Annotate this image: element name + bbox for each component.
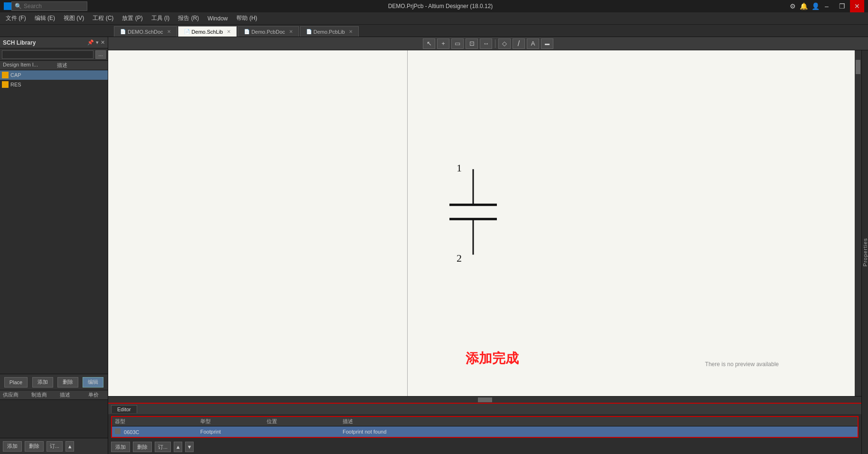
menu-item-menu-reports[interactable]: 报告 (R): [174, 13, 203, 23]
close-button[interactable]: ✕: [850, 0, 864, 12]
panel-header: SCH Library 📌 ▾ ✕: [0, 37, 108, 48]
menu-item-menu-window[interactable]: Window: [204, 14, 232, 23]
supplier-delete-button[interactable]: 删除: [25, 441, 44, 452]
menu-item-menu-help[interactable]: 帮助 (H): [233, 13, 261, 23]
tab-Demo-PcbDoc[interactable]: 📄Demo.PcbDoc✕: [238, 26, 299, 37]
supplier-scroll-up-button[interactable]: ▲: [65, 441, 74, 452]
horizontal-scrollbar[interactable]: [108, 396, 861, 403]
svg-text:2: 2: [457, 252, 462, 264]
panel-close-icon[interactable]: ✕: [101, 39, 105, 46]
lib-item-name: CAP: [10, 72, 106, 78]
list-item[interactable]: CAP: [0, 70, 108, 80]
panel-menu-icon[interactable]: ▾: [96, 39, 99, 46]
ed-col-desc-header: 描述: [340, 418, 858, 425]
editor-tab[interactable]: Editor: [111, 405, 137, 413]
tab-icon: 📄: [184, 29, 190, 34]
bell-icon[interactable]: 🔔: [800, 2, 808, 10]
menu-item-menu-tools[interactable]: 工具 (I): [148, 13, 174, 23]
center-content: 1 2: [108, 50, 861, 454]
title-icons: [4, 2, 11, 10]
lib-item-icon: [2, 81, 9, 88]
tab-close-icon[interactable]: ✕: [289, 29, 293, 34]
annotation-text: 添加完成: [466, 350, 519, 368]
restore-button[interactable]: ❐: [835, 0, 849, 12]
menu-item-menu-place[interactable]: 放置 (P): [118, 13, 146, 23]
vertical-scroll-thumb[interactable]: [856, 60, 860, 74]
tab-label: Demo.SchLib: [192, 29, 223, 35]
tab-icon: 📄: [120, 29, 126, 34]
btn-edit[interactable]: 编辑: [83, 377, 103, 388]
polygon-tool-button[interactable]: ◇: [498, 38, 511, 49]
panel-search-input[interactable]: [2, 50, 93, 59]
supplier-order-button[interactable]: 订...: [47, 441, 63, 452]
menu-item-menu-file[interactable]: 文件 (F): [2, 13, 30, 23]
horizontal-scroll-thumb[interactable]: [478, 397, 492, 402]
search-input[interactable]: [24, 3, 81, 9]
properties-label: Properties: [862, 238, 868, 266]
tab-close-icon[interactable]: ✕: [167, 29, 171, 34]
panel-controls: 📌 ▾ ✕: [87, 39, 105, 46]
main-layout: SCH Library 📌 ▾ ✕ … Design Item I... 描述 …: [0, 37, 868, 454]
editor-scroll-down-button[interactable]: ▼: [185, 442, 194, 452]
ed-cell-desc: Footprint not found: [340, 429, 858, 435]
content-and-props: 1 2: [108, 50, 868, 454]
supplier-header: 供应商 制造商 描述 单价: [0, 390, 108, 400]
col-name-header: Design Item I...: [0, 61, 54, 70]
btn-delete[interactable]: 删除: [57, 377, 78, 388]
panel-search-button[interactable]: …: [95, 50, 106, 59]
tab-DEMO-SchDoc[interactable]: 📄DEMO.SchDoc✕: [114, 26, 177, 37]
properties-panel[interactable]: Properties: [861, 50, 868, 454]
line-tool-button[interactable]: /: [513, 38, 525, 49]
menu-item-menu-view[interactable]: 视图 (V): [60, 13, 88, 23]
tab-close-icon[interactable]: ✕: [349, 29, 353, 34]
ed-cell-type: 0603C: [112, 428, 197, 435]
editor-bottom-buttons: 添加 删除 订... ▲ ▼: [108, 440, 861, 454]
editor-add-button[interactable]: 添加: [111, 442, 130, 452]
menubar: 文件 (F)编辑 (E)视图 (V)工程 (C)放置 (P)工具 (I)报告 (…: [0, 12, 868, 25]
fill-tool-button[interactable]: ▬: [541, 38, 553, 49]
panel-pin-icon[interactable]: 📌: [87, 39, 94, 46]
vertical-scrollbar[interactable]: [855, 50, 861, 396]
list-item[interactable]: RES: [0, 80, 108, 89]
canvas-area[interactable]: 1 2: [108, 50, 855, 396]
tab-Demo-SchLib[interactable]: 📄Demo.SchLib✕: [178, 26, 237, 37]
svg-text:1: 1: [457, 162, 462, 174]
supplier-add-button[interactable]: 添加: [3, 441, 22, 452]
tab-label: Demo.PcbLib: [314, 29, 345, 35]
menu-item-menu-edit[interactable]: 编辑 (E): [31, 13, 59, 23]
editor-scroll-up-button[interactable]: ▲: [174, 442, 182, 452]
btn-add[interactable]: 添加: [32, 377, 53, 388]
ed-col-type-header: 器型: [112, 418, 197, 425]
tab-close-icon[interactable]: ✕: [227, 29, 231, 34]
window-controls: – ❐ ✕: [820, 0, 864, 12]
tab-label: DEMO.SchDoc: [128, 29, 163, 35]
settings-icon[interactable]: ⚙: [790, 2, 796, 10]
add-tool-button[interactable]: +: [437, 38, 449, 49]
flip-tool-button[interactable]: ⊡: [466, 38, 478, 49]
move-tool-button[interactable]: ↔: [480, 38, 492, 49]
ed-col-position-header: 位置: [264, 418, 340, 425]
row-type-icon: [115, 428, 121, 434]
supplier-section: 供应商 制造商 描述 单价: [0, 390, 108, 438]
table-row[interactable]: 0603C Footprint Footprint not found: [112, 426, 858, 437]
title-search[interactable]: 🔍: [11, 1, 87, 11]
supplier-table-area: [0, 400, 108, 438]
supplier-col3-header: 描述: [57, 390, 85, 399]
btn-place[interactable]: Place: [4, 377, 28, 388]
minimize-button[interactable]: –: [820, 0, 834, 12]
editor-order-button[interactable]: 订...: [155, 442, 171, 452]
ed-cell-model: Footprint: [197, 429, 264, 435]
panel-search: …: [0, 48, 108, 61]
text-tool-button[interactable]: A: [527, 38, 539, 49]
no-preview-text: There is no preview available: [705, 361, 779, 368]
menu-item-menu-project[interactable]: 工程 (C): [89, 13, 117, 23]
user-icon[interactable]: 👤: [812, 2, 820, 10]
rect-tool-button[interactable]: ▭: [451, 38, 464, 49]
bottom-editor: Editor 器型 举型 位置 描述: [108, 403, 861, 454]
select-tool-button[interactable]: ↖: [423, 38, 435, 49]
lib-table-header: Design Item I... 描述: [0, 61, 108, 70]
editor-delete-button[interactable]: 删除: [133, 442, 152, 452]
lib-rows: CAPRES: [0, 70, 108, 89]
cap-symbol: 1 2: [430, 160, 516, 265]
tab-Demo-PcbLib[interactable]: 📄Demo.PcbLib✕: [300, 26, 359, 37]
